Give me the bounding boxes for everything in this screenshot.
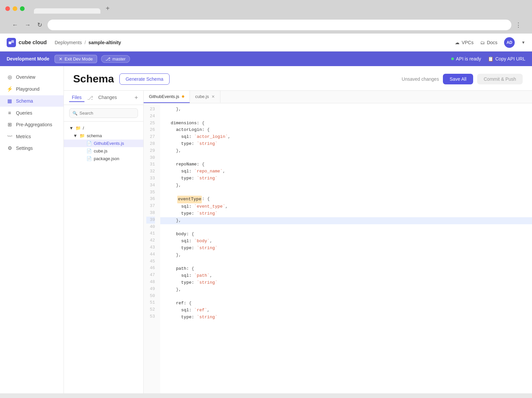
close-button[interactable] bbox=[5, 6, 10, 11]
code-line bbox=[160, 259, 532, 266]
new-tab-button[interactable]: + bbox=[103, 3, 112, 14]
file-icon-doc: 📄 bbox=[86, 156, 92, 161]
github-events-label: GithubEvents.js bbox=[94, 141, 124, 146]
tree-package-json[interactable]: 📄 package.json bbox=[64, 155, 143, 162]
save-all-button[interactable]: Save All bbox=[443, 74, 473, 84]
folder-icon: 📁 bbox=[75, 126, 81, 131]
code-line bbox=[160, 189, 532, 196]
forward-button[interactable]: → bbox=[23, 20, 32, 30]
traffic-lights bbox=[5, 6, 25, 11]
unsaved-indicator bbox=[182, 95, 184, 98]
editor-tab-github-events[interactable]: GithubEvents.js bbox=[144, 91, 190, 103]
breadcrumb-parent[interactable]: Deployments bbox=[55, 40, 82, 45]
code-line: type: `string` bbox=[160, 141, 532, 148]
schema-folder-label: schema bbox=[87, 133, 102, 138]
sidebar-item-metrics[interactable]: 〰 Metrics bbox=[0, 131, 64, 142]
sidebar-label-overview: Overview bbox=[16, 74, 35, 80]
vpcs-link[interactable]: ☁ VPCs bbox=[455, 40, 473, 45]
sidebar-item-playground[interactable]: ⚡ Playground bbox=[0, 83, 64, 95]
tree-github-events[interactable]: 📄 GithubEvents.js bbox=[64, 140, 143, 147]
schema-icon: ▦ bbox=[7, 98, 13, 104]
exit-dev-label: Exit Dev Mode bbox=[65, 56, 93, 61]
dev-mode-bar: Development Mode ✕ Exit Dev Mode ⎇ maste… bbox=[0, 51, 532, 66]
file-tree: ▼ 📁 / ▼ 📁 schema 📄 GithubEvents. bbox=[64, 122, 143, 393]
cloud-icon: ☁ bbox=[455, 40, 460, 45]
tree-schema-folder[interactable]: ▼ 📁 schema bbox=[64, 132, 143, 140]
refresh-button[interactable]: ↻ bbox=[36, 20, 44, 30]
code-line: sql: `path`, bbox=[160, 272, 532, 279]
code-line: }, bbox=[160, 182, 532, 189]
generate-schema-button[interactable]: Generate Schema bbox=[119, 73, 170, 85]
code-line: sql: `event_type`, bbox=[160, 203, 532, 210]
sidebar-item-overview[interactable]: ◎ Overview bbox=[0, 71, 64, 83]
code-line: type: `string` bbox=[160, 314, 532, 321]
top-nav-right: ☁ VPCs 🗂 Docs AD ▼ bbox=[455, 37, 525, 48]
copy-api-url-button[interactable]: 📋 Copy API URL bbox=[488, 56, 525, 61]
svg-rect-1 bbox=[11, 40, 14, 43]
code-line: type: `string` bbox=[160, 279, 532, 286]
sidebar-label-pre-aggregations: Pre-Aggregations bbox=[16, 122, 52, 127]
metrics-icon: 〰 bbox=[7, 134, 13, 139]
file-icon-doc: 📄 bbox=[86, 149, 92, 153]
files-tab[interactable]: Files bbox=[69, 93, 84, 102]
sidebar-label-schema: Schema bbox=[16, 98, 33, 104]
maximize-button[interactable] bbox=[20, 6, 25, 11]
avatar-chevron[interactable]: ▼ bbox=[521, 40, 525, 45]
file-panel: Files ⎇ Changes + ▼ 📁 / bbox=[64, 91, 144, 393]
avatar[interactable]: AD bbox=[504, 37, 515, 48]
header-actions: Unsaved changes Save All Commit & Push bbox=[402, 74, 523, 84]
minimize-button[interactable] bbox=[13, 6, 17, 11]
code-line: type: `string` bbox=[160, 175, 532, 182]
file-search bbox=[64, 105, 143, 122]
sidebar-item-settings[interactable]: ⚙ Settings bbox=[0, 143, 64, 154]
logo[interactable]: cube cloud bbox=[7, 38, 47, 47]
code-lines: }, dimensions: { actorLogin: { bbox=[160, 103, 532, 393]
file-search-input[interactable] bbox=[69, 108, 138, 118]
tree-cube-js[interactable]: 📄 cube.js bbox=[64, 147, 143, 155]
more-options-button[interactable]: ⋮ bbox=[515, 21, 521, 29]
code-line: type: `string` bbox=[160, 210, 532, 217]
top-nav: cube cloud Deployments / sample-altinity… bbox=[0, 34, 532, 51]
browser-tabs: + bbox=[34, 3, 112, 14]
changes-tab[interactable]: Changes bbox=[96, 93, 120, 102]
dev-bar-right: API is ready 📋 Copy API URL bbox=[451, 56, 525, 61]
address-bar[interactable] bbox=[48, 20, 511, 30]
code-content[interactable]: 23 24 25 26 27 28 29 30 31 32 33 34 bbox=[144, 103, 532, 393]
package-json-label: package.json bbox=[94, 156, 119, 161]
add-file-button[interactable]: + bbox=[134, 94, 138, 101]
cube-js-tab-label: cube.js bbox=[195, 94, 209, 99]
commit-push-button[interactable]: Commit & Push bbox=[477, 74, 523, 84]
sidebar-item-pre-aggregations[interactable]: ⊞ Pre-Aggregations bbox=[0, 119, 64, 130]
vpcs-label: VPCs bbox=[462, 40, 473, 45]
code-line: }, bbox=[160, 252, 532, 259]
exit-dev-mode-button[interactable]: ✕ Exit Dev Mode bbox=[55, 55, 97, 63]
sidebar-item-queries[interactable]: ≡ Queries bbox=[0, 107, 64, 118]
schema-content: Files ⎇ Changes + ▼ 📁 / bbox=[64, 91, 532, 393]
sidebar-item-schema[interactable]: ▦ Schema bbox=[0, 95, 64, 107]
branch-label: master bbox=[112, 56, 126, 61]
tree-root[interactable]: ▼ 📁 / bbox=[64, 124, 143, 132]
folder-icon: 🗂 bbox=[480, 40, 485, 45]
code-line: sql: `body`, bbox=[160, 238, 532, 245]
code-line: }, bbox=[160, 106, 532, 113]
code-line: sql: `ref`, bbox=[160, 307, 532, 314]
docs-link[interactable]: 🗂 Docs bbox=[480, 40, 497, 45]
folder-icon: 📁 bbox=[79, 133, 85, 138]
logo-icon bbox=[7, 38, 16, 47]
sidebar-label-settings: Settings bbox=[16, 146, 33, 151]
back-button[interactable]: ← bbox=[11, 20, 19, 30]
editor-tabs: GithubEvents.js cube.js ✕ bbox=[144, 91, 532, 103]
root-label: / bbox=[83, 126, 84, 131]
active-tab[interactable] bbox=[34, 8, 100, 14]
page-title: Schema bbox=[73, 73, 114, 85]
close-tab-icon[interactable]: ✕ bbox=[211, 94, 215, 99]
schema-header: Schema Generate Schema Unsaved changes S… bbox=[64, 66, 532, 91]
code-line: ref: { bbox=[160, 300, 532, 307]
code-line: body: { bbox=[160, 231, 532, 238]
github-events-tab-label: GithubEvents.js bbox=[149, 94, 179, 99]
settings-icon: ⚙ bbox=[7, 145, 13, 151]
code-line: }, bbox=[160, 148, 532, 154]
code-line: sql: `repo_name`, bbox=[160, 168, 532, 175]
editor-tab-cube-js[interactable]: cube.js ✕ bbox=[190, 91, 220, 103]
pre-aggregations-icon: ⊞ bbox=[7, 122, 13, 128]
